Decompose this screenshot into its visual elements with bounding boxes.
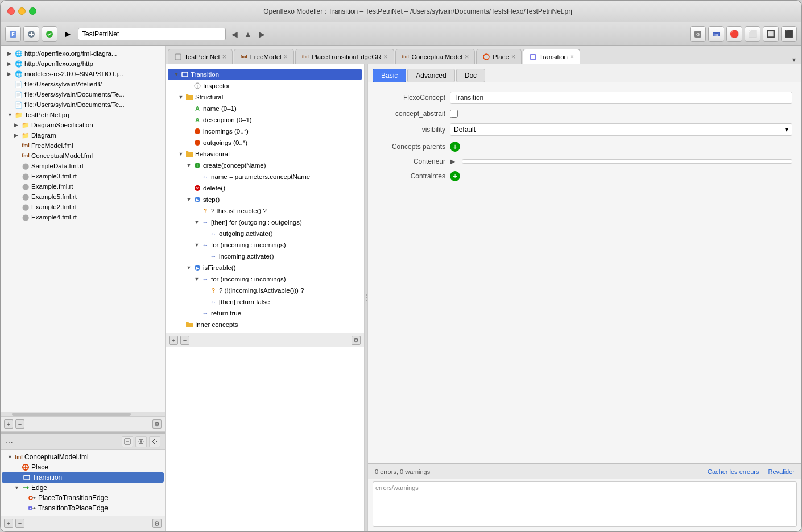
tab-placetransition[interactable]: fml PlaceTransitionEdgeGR × [295, 49, 394, 64]
cm-item-transition[interactable]: Transition [2, 472, 164, 483]
tree-item[interactable]: 📄 file:/Users/sylvain/Documents/Te... [1, 89, 165, 99]
toolbar-right-btn2[interactable]: fml [708, 26, 724, 42]
tab-close-place[interactable]: × [511, 53, 515, 61]
cm-icon-btn3[interactable] [149, 436, 160, 447]
tab-close-freemodel[interactable]: × [284, 53, 288, 61]
settings-button[interactable]: ⚙ [152, 419, 162, 429]
toolbar-right-btn1[interactable]: G [690, 26, 706, 42]
fml-outgoings-item[interactable]: outgoings (0..*) [167, 137, 363, 148]
cm-icon-btn2[interactable] [135, 436, 147, 447]
close-button[interactable] [7, 7, 15, 15]
tab-close-conceptualmodel[interactable]: × [465, 53, 469, 61]
tree-item-example4[interactable]: ⬤ Example4.fml.rt [1, 212, 165, 222]
fml-for-incoming[interactable]: ▼ ↔ for (incoming : incomings) [167, 239, 363, 251]
fml-settings-button[interactable]: ⚙ [352, 336, 361, 345]
tree-item[interactable]: 📄 file:/Users/sylvain/Documents/Te... [1, 99, 165, 110]
tree-item-sampledata[interactable]: ⬤ SampleData.fml.rt [1, 161, 165, 171]
tree-item-diagramspec[interactable]: ▶ 📁 DiagramSpecification [1, 120, 165, 130]
fml-structural-item[interactable]: ▼ Structural [167, 92, 363, 103]
fml-isfireable-q[interactable]: ? ? this.isFireable() ? [167, 205, 363, 217]
tab-close-transition[interactable]: × [570, 53, 574, 61]
fml-behavioural-item[interactable]: ▼ Behavioural [167, 148, 363, 160]
concept-abstrait-checkbox[interactable] [450, 110, 458, 118]
file-tree[interactable]: ▶ 🌐 http://openflexo.org/fml-diagra... ▶… [1, 46, 165, 412]
toolbar-btn-icon1[interactable]: F [5, 26, 21, 42]
add-item-button[interactable]: + [4, 419, 13, 429]
fml-return-true[interactable]: ↔ return true [167, 307, 363, 319]
fml-incoming-activate[interactable]: ↔ incoming.activate() [167, 251, 363, 262]
fml-not-activable[interactable]: ? ? (!(incoming.isActivable())) ? [167, 285, 363, 296]
remove-item-button[interactable]: − [15, 419, 24, 429]
tab-close-testpetrinet[interactable]: × [222, 53, 226, 61]
cm-item-transition-to-place[interactable]: TransitionToPlaceEdge [1, 503, 165, 513]
nav-forward-button[interactable]: ▶ [255, 28, 268, 40]
tree-item-diagram[interactable]: ▶ 📁 Diagram [1, 130, 165, 140]
dots-button[interactable]: ··· [5, 437, 14, 446]
maximize-button[interactable] [29, 7, 36, 15]
props-tab-doc[interactable]: Doc [456, 69, 485, 82]
fml-inspector-item[interactable]: i Inspector [167, 80, 363, 92]
fml-description-item[interactable]: A description (0–1) [167, 114, 363, 126]
fml-isfireable-item[interactable]: ▼ ▶ isFireable() [167, 262, 363, 273]
cm-item-model[interactable]: ▼ fml ConceptualModel.fml [1, 452, 165, 462]
fml-delete-item[interactable]: × delete() [167, 182, 363, 194]
revalidate-link[interactable]: Revalider [768, 468, 795, 475]
fml-return-false[interactable]: ↔ [then] return false [167, 296, 363, 307]
fml-incomings-item[interactable]: incomings (0..*) [167, 126, 363, 137]
cm-item-place-to-transition[interactable]: PlaceToTransitionEdge [1, 493, 165, 503]
tree-item-example[interactable]: ⬤ Example.fml.rt [1, 181, 165, 192]
tree-item-conceptualmodel[interactable]: fml ConceptualModel.fml [1, 151, 165, 161]
tabs-overflow-button[interactable]: ▾ [789, 56, 799, 64]
props-tab-basic[interactable]: Basic [373, 69, 406, 82]
tab-place[interactable]: Place × [476, 49, 522, 64]
nav-back-button[interactable]: ◀ [228, 28, 241, 40]
tab-freemodel[interactable]: fml FreeModel × [234, 49, 294, 64]
fml-name-item[interactable]: A name (0–1) [167, 103, 363, 114]
nav-up-button[interactable]: ▲ [242, 28, 254, 40]
conteneur-arrow[interactable]: ▶ [450, 157, 455, 165]
tree-item[interactable]: ▶ 🌐 http://openflexo.org/http [1, 59, 165, 69]
visibility-select[interactable]: Default ▾ [450, 123, 792, 136]
tree-item[interactable]: 📄 file:/Users/sylvain/AtelierB/ [1, 79, 165, 89]
cm-add-button[interactable]: + [4, 519, 13, 528]
contraintes-add-button[interactable]: + [450, 171, 460, 181]
fml-for-incoming2[interactable]: ▼ ↔ for (incoming : incomings) [167, 273, 363, 285]
cm-settings-button[interactable]: ⚙ [152, 519, 162, 528]
tree-item[interactable]: ▶ 🌐 modelers-rc-2.0.0–SNAPSHOT.j... [1, 69, 165, 79]
fml-create-item[interactable]: ▼ + create(conceptName) [167, 160, 363, 171]
concepts-parents-add-button[interactable]: + [450, 142, 460, 152]
minimize-button[interactable] [18, 7, 26, 15]
cm-icon-btn1[interactable] [122, 436, 133, 447]
fml-inner-concepts[interactable]: Inner concepts [167, 319, 363, 330]
tree-item-example2[interactable]: ⬤ Example2.fml.rt [1, 202, 165, 212]
toolbar-right-btn6[interactable]: ⬛ [781, 26, 797, 42]
props-tab-advanced[interactable]: Advanced [407, 69, 454, 82]
toolbar-right-btn3[interactable]: 🔴 [726, 26, 742, 42]
svg-marker-19 [27, 486, 29, 489]
fml-remove-button[interactable]: − [180, 336, 189, 345]
fml-for-outgoing[interactable]: ▼ ↔ [then] for (outgoing : outgoings) [167, 217, 363, 228]
cm-remove-button[interactable]: − [15, 519, 24, 528]
tree-item-freemodel[interactable]: fml FreeModel.fml [1, 140, 165, 151]
fml-outgoing-activate[interactable]: ↔ outgoing.activate() [167, 228, 363, 239]
fml-create-assign[interactable]: ↔ name = parameters.conceptName [167, 171, 363, 182]
cm-tree[interactable]: ▼ fml ConceptualModel.fml Place [1, 450, 165, 516]
toolbar-btn-icon3[interactable] [42, 26, 57, 42]
tree-item-example5[interactable]: ⬤ Example5.fml.rt [1, 192, 165, 202]
tab-close-placetransition[interactable]: × [384, 53, 388, 61]
fml-step-item[interactable]: ▼ ▶ step() [167, 194, 363, 205]
fml-add-button[interactable]: + [169, 336, 178, 345]
fml-root-item[interactable]: ▼ Transition [168, 69, 362, 80]
tree-item-example3[interactable]: ⬤ Example3.fml.rt [1, 171, 165, 181]
toolbar-btn-icon2[interactable] [23, 26, 39, 42]
toolbar-right-btn5[interactable]: 🔲 [763, 26, 779, 42]
hide-errors-link[interactable]: Cacher les erreurs [708, 468, 759, 475]
cm-item-edge[interactable]: ▼ Edge [1, 483, 165, 493]
tab-transition[interactable]: Transition × [523, 49, 580, 64]
tree-item[interactable]: ▶ 🌐 http://openflexo.org/fml-diagra... [1, 48, 165, 59]
tab-conceptualmodel[interactable]: fml ConceptualModel × [395, 49, 476, 64]
toolbar-right-btn4[interactable]: ⬜ [745, 26, 760, 42]
cm-item-place[interactable]: Place [1, 462, 165, 472]
tab-testpetrinet[interactable]: TestPetriNet × [168, 49, 233, 64]
tree-item-testpetrinet[interactable]: ▼ 📁 TestPetriNet.prj [1, 110, 165, 120]
